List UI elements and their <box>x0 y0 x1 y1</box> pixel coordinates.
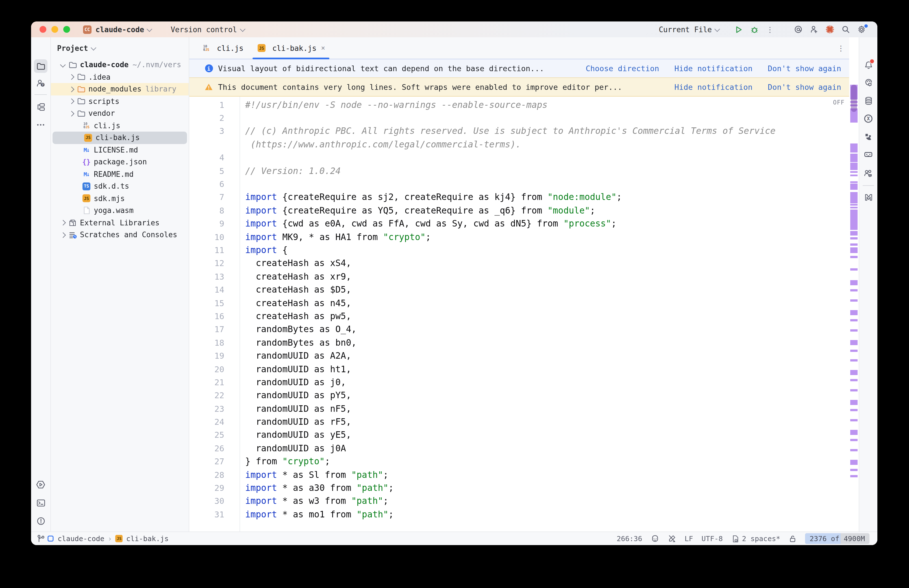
tab-cli-js[interactable]: 100JS cli.js <box>195 37 250 59</box>
notifications-bell-icon[interactable] <box>862 58 875 72</box>
line-number[interactable]: 6 <box>189 179 224 189</box>
search-icon[interactable] <box>838 23 854 36</box>
problems-icon[interactable] <box>34 514 47 528</box>
robot-icon[interactable] <box>862 148 875 162</box>
line-number[interactable]: 7 <box>189 193 224 202</box>
banner-link-hide-notification[interactable]: Hide notification <box>675 64 752 73</box>
line-number[interactable]: 26 <box>189 444 224 453</box>
encoding-widget[interactable]: UTF-8 <box>702 534 723 543</box>
tree-item--idea[interactable]: .idea <box>51 71 189 83</box>
code-viewport[interactable]: 1#!/usr/bin/env -S node --no-warnings --… <box>189 97 849 531</box>
terminal-icon[interactable] <box>34 496 47 509</box>
line-number[interactable]: 10 <box>189 233 224 241</box>
close-window-icon[interactable] <box>40 26 46 33</box>
line-number[interactable]: 2 <box>189 113 224 123</box>
line-number[interactable]: 25 <box>189 431 224 440</box>
line-number[interactable]: 23 <box>189 404 224 413</box>
tree-item-claude-code[interactable]: claude-code~/.nvm/vers <box>51 59 189 71</box>
tree-chevron-icon[interactable] <box>69 74 74 79</box>
tree-item-cli-bak-js[interactable]: JScli-bak.js <box>53 132 187 144</box>
line-number[interactable]: 15 <box>189 299 224 308</box>
tree-item-sdk-d-ts[interactable]: TSsdk.d.ts <box>51 180 189 192</box>
line-number[interactable]: 20 <box>189 365 224 374</box>
database-icon[interactable] <box>862 94 875 107</box>
indent-widget[interactable]: 2 spaces* <box>731 534 780 543</box>
more-vertical-icon[interactable]: ⋮ <box>762 23 778 36</box>
add-user-icon[interactable] <box>806 23 822 36</box>
ai-assistant-icon[interactable] <box>862 76 875 89</box>
vcs-menu[interactable]: Version control <box>171 25 237 34</box>
more-icon[interactable] <box>34 118 47 132</box>
close-tab-icon[interactable]: × <box>321 44 325 52</box>
tree-item-sdk-mjs[interactable]: JSsdk.mjs <box>51 192 189 205</box>
mentions-icon[interactable] <box>790 23 806 36</box>
code-with-me-icon[interactable] <box>862 166 875 180</box>
run-icon[interactable] <box>730 23 746 36</box>
breadcrumb-project[interactable]: claude-code <box>58 534 105 543</box>
tab-options-icon[interactable]: ⋮ <box>837 37 844 59</box>
line-number[interactable]: 5 <box>189 166 224 175</box>
settings-icon[interactable] <box>854 23 869 36</box>
banner-link-don-t-show-again[interactable]: Don't show again <box>768 82 841 92</box>
line-separator-widget[interactable]: LF <box>685 534 693 543</box>
line-number[interactable]: 22 <box>189 391 224 400</box>
user-help-icon[interactable]: ? <box>34 76 47 90</box>
line-number[interactable]: 16 <box>189 312 224 321</box>
tree-chevron-icon[interactable] <box>60 61 65 67</box>
minimize-window-icon[interactable] <box>52 26 58 33</box>
highlight-off-icon[interactable] <box>667 534 676 543</box>
zoom-window-icon[interactable] <box>63 26 70 33</box>
banner-link-choose-direction[interactable]: Choose direction <box>586 64 659 73</box>
project-widget-icon[interactable] <box>47 535 54 542</box>
line-number[interactable]: 28 <box>189 470 224 479</box>
line-number[interactable]: 18 <box>189 338 224 347</box>
line-number[interactable]: 31 <box>189 510 224 519</box>
line-number[interactable]: 11 <box>189 246 224 255</box>
tree-chevron-icon[interactable] <box>60 232 65 237</box>
line-number[interactable]: 14 <box>189 285 224 294</box>
project-folder-icon[interactable] <box>34 59 47 73</box>
git-branch-icon[interactable] <box>34 531 47 545</box>
unlock-icon[interactable] <box>789 535 797 543</box>
m-tool-icon[interactable] <box>862 191 875 204</box>
line-number[interactable]: 17 <box>189 325 224 334</box>
x-circle-icon[interactable]: X <box>862 112 875 125</box>
tree-item-vendor[interactable]: vendor <box>51 107 189 120</box>
memory-indicator[interactable]: 2376 of 4900M <box>805 533 869 544</box>
line-number[interactable]: 24 <box>189 417 224 426</box>
banner-link-don-t-show-again[interactable]: Don't show again <box>768 64 841 73</box>
tree-item-cli-js[interactable]: 100JScli.js <box>51 120 189 132</box>
ai-spark-icon[interactable] <box>822 23 838 36</box>
tree-chevron-icon[interactable] <box>69 111 74 116</box>
line-number[interactable]: 29 <box>189 483 224 493</box>
caret-position[interactable]: 266:36 <box>617 534 642 543</box>
line-number[interactable]: 1 <box>189 100 224 109</box>
tree-chevron-icon[interactable] <box>69 86 74 92</box>
tree-item-package-json[interactable]: {}package.json <box>51 156 189 168</box>
tree-item-license-md[interactable]: M↓LICENSE.md <box>51 144 189 156</box>
line-number[interactable]: 13 <box>189 272 224 281</box>
tree-item-external-libraries[interactable]: External Libraries <box>51 216 189 229</box>
tree-chevron-icon[interactable] <box>69 99 74 103</box>
debug-icon[interactable] <box>746 23 762 36</box>
tree-item-scripts[interactable]: scripts <box>51 95 189 107</box>
breadcrumb-file[interactable]: cli-bak.js <box>126 534 169 543</box>
scrollbar-thumb[interactable] <box>851 85 857 112</box>
line-number[interactable]: 19 <box>189 351 224 360</box>
line-number[interactable]: 9 <box>189 219 224 228</box>
tree-chevron-icon[interactable] <box>60 220 65 225</box>
structure-icon[interactable] <box>34 100 47 113</box>
project-panel-header[interactable]: Project <box>51 37 189 59</box>
tree-item-readme-md[interactable]: M↓README.md <box>51 168 189 180</box>
highlighting-level-widget[interactable]: OFF <box>833 99 844 106</box>
run-configuration-selector[interactable]: Current File <box>659 25 712 34</box>
line-number[interactable]: 30 <box>189 497 224 506</box>
plugin-blocks-icon[interactable] <box>862 130 875 144</box>
line-number[interactable]: 27 <box>189 457 224 466</box>
run-hexagon-icon[interactable] <box>34 478 47 491</box>
line-number[interactable]: 4 <box>189 153 224 162</box>
line-number[interactable]: 3 <box>189 127 224 136</box>
editor-scrollbar[interactable] <box>849 37 859 531</box>
copilot-icon[interactable] <box>651 534 659 543</box>
project-title-menu[interactable]: claude-code <box>95 25 144 34</box>
